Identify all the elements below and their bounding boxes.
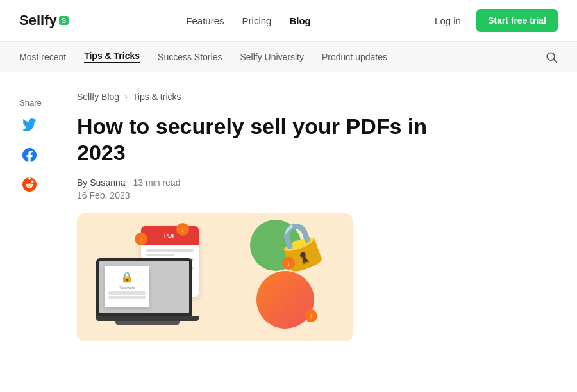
subnav: Most recent Tips & Tricks Success Storie… (0, 42, 577, 72)
password-bar-2 (108, 296, 146, 299)
pdf-header: PDF (141, 226, 199, 245)
svg-line-1 (554, 59, 557, 62)
breadcrumb-home[interactable]: Sellfy Blog (77, 92, 119, 102)
subnav-product-updates[interactable]: Product updates (322, 52, 387, 62)
main-nav: Features Pricing Blog (186, 15, 310, 26)
share-label: Share (19, 98, 51, 108)
article-author: By Susanna (77, 177, 126, 188)
download-badge-2: ↓ (282, 257, 295, 270)
header: Sellfy S Features Pricing Blog Log in St… (0, 0, 577, 42)
logo-badge: S (59, 16, 69, 25)
nav-blog[interactable]: Blog (289, 15, 310, 26)
nav-actions: Log in Start free trial (428, 9, 558, 32)
article-meta: By Susanna 13 min read (77, 177, 539, 188)
download-badge-1: ↓ (135, 233, 147, 245)
laptop-illustration: 🔒 Password (96, 258, 199, 329)
logo-text: Sellfy (19, 12, 57, 29)
facebook-icon[interactable] (19, 145, 40, 165)
content-area: Share Sellfy Blog › Tips & tricks How to… (0, 72, 577, 392)
hero-image: 🔒 PDF (77, 213, 353, 341)
breadcrumb: Sellfy Blog › Tips & tricks (77, 92, 539, 102)
social-icons (19, 115, 51, 195)
breadcrumb-separator: › (124, 92, 128, 102)
logo[interactable]: Sellfy S (19, 12, 69, 29)
subnav-university[interactable]: Sellfy University (240, 52, 304, 62)
twitter-icon[interactable] (19, 115, 40, 136)
sidebar: Share (0, 72, 64, 392)
subnav-most-recent[interactable]: Most recent (19, 52, 66, 62)
nav-pricing[interactable]: Pricing (242, 15, 272, 26)
article-title: How to securely sell your PDFs in 2023 (77, 113, 436, 166)
pdf-line-1 (146, 249, 194, 252)
password-bar-1 (108, 291, 146, 295)
reddit-icon[interactable] (19, 174, 40, 195)
subnav-success-stories[interactable]: Success Stories (158, 52, 222, 62)
main-content: Sellfy Blog › Tips & tricks How to secur… (64, 72, 577, 392)
breadcrumb-current: Tips & tricks (133, 92, 181, 102)
laptop-screen-inner: 🔒 Password (99, 261, 189, 313)
laptop-stand (115, 321, 180, 325)
password-label: Password (108, 286, 146, 290)
login-button[interactable]: Log in (428, 12, 467, 30)
pdf-line-2 (146, 254, 174, 256)
start-trial-button[interactable]: Start free trial (476, 9, 558, 32)
subnav-links: Most recent Tips & Tricks Success Storie… (19, 51, 387, 63)
search-icon (545, 51, 558, 63)
lock-small-icon: 🔒 (108, 271, 146, 283)
article-illustration: 🔒 PDF (77, 213, 353, 341)
download-badge-3: ↓ (305, 309, 317, 322)
article-date: 16 Feb, 2023 (77, 190, 539, 200)
password-card: 🔒 Password (105, 266, 149, 307)
laptop-screen: 🔒 Password (96, 258, 192, 316)
article-read-time: 13 min read (133, 177, 181, 188)
subnav-tips-tricks[interactable]: Tips & Tricks (84, 51, 140, 63)
download-badge-4: ↓ (176, 223, 189, 236)
nav-features[interactable]: Features (186, 15, 224, 26)
laptop-base (96, 316, 199, 321)
search-button[interactable] (545, 51, 558, 63)
